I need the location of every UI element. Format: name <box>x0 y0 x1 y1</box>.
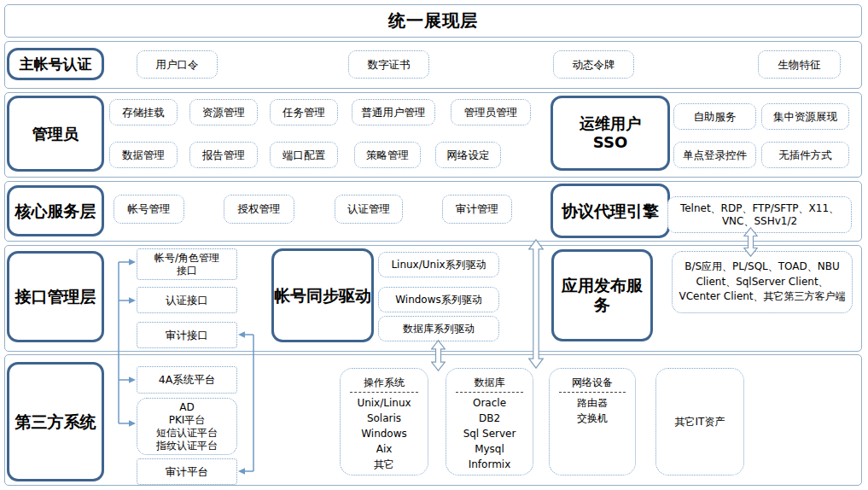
panel-presentation-layer: 统一展现层 <box>4 4 862 38</box>
asset-box-network: 网络设备 路由器 交换机 <box>549 368 636 475</box>
proxy-protocols: Telnet、RDP、FTP/SFTP、X11、VNC、SSHv1/2 <box>667 196 852 233</box>
thirdparty-item-ad-pki: AD PKI平台 短信认证平台 指纹认证平台 <box>137 398 237 455</box>
core-item-authorization-mgmt: 授权管理 <box>224 195 294 224</box>
admin-item-report-mgmt: 报告管理 <box>189 142 258 168</box>
architecture-diagram: 统一展现层 主帐号认证 用户口令 数字证书 动态令牌 生物特征 管理员 存储挂载… <box>0 0 868 490</box>
asset-os-line: Unix/Linux <box>341 395 428 411</box>
publish-clients: B/S应用、PL/SQL、TOAD、NBU Client、SqlServer C… <box>672 251 853 313</box>
asset-os-divider <box>350 392 418 393</box>
thirdparty-item-audit-platform: 审计平台 <box>137 458 237 485</box>
asset-other-title: 其它IT资产 <box>675 414 725 429</box>
sso-item-pluginless: 无插件方式 <box>761 142 849 168</box>
auth-item-biometric: 生物特征 <box>758 50 841 79</box>
core-item-account-mgmt: 帐号管理 <box>114 195 184 224</box>
admin-item-task-mgmt: 任务管理 <box>270 99 338 125</box>
asset-db-line: DB2 <box>446 411 533 426</box>
core-item-authentication-mgmt: 认证管理 <box>335 195 403 224</box>
ad-pki-lines: AD PKI平台 短信认证平台 指纹认证平台 <box>156 401 218 452</box>
core-item-audit-mgmt: 审计管理 <box>442 195 512 224</box>
page-title: 统一展现层 <box>5 5 861 37</box>
auth-item-password: 用户口令 <box>137 50 218 79</box>
label-interface-layer: 接口管理层 <box>7 251 104 342</box>
ops-sso-text: 运维用户SSO <box>580 114 641 151</box>
label-primary-auth: 主帐号认证 <box>7 48 104 80</box>
auth-item-token: 动态令牌 <box>553 50 634 79</box>
iface-item-audit: 审计接口 <box>137 322 237 348</box>
sso-item-sso-control: 单点登录控件 <box>673 142 756 168</box>
asset-db-divider <box>456 392 523 393</box>
asset-net-divider <box>559 392 626 393</box>
asset-os-line: 其它 <box>341 457 428 472</box>
label-account-sync: 帐号同步驱动 <box>271 248 374 342</box>
admin-item-admin-mgmt: 管理员管理 <box>451 99 531 125</box>
label-app-publish: 应用发布服务 <box>551 249 653 341</box>
sso-item-central-resource: 集中资源展现 <box>761 103 849 130</box>
asset-db-line: Informix <box>446 457 533 472</box>
admin-item-network-settings: 网络设定 <box>435 142 501 168</box>
asset-os-line: Solaris <box>341 411 428 426</box>
admin-item-resource-mgmt: 资源管理 <box>189 99 258 125</box>
admin-item-policy-mgmt: 策略管理 <box>354 142 421 168</box>
thirdparty-item-4a-platform: 4A系统平台 <box>137 366 237 394</box>
asset-box-other-it: 其它IT资产 <box>655 368 744 475</box>
label-admin: 管理员 <box>7 96 104 172</box>
iface-item-account-role: 帐号/角色管理接口 <box>137 248 237 280</box>
panel-auth-row <box>4 41 862 89</box>
sync-driver-linux-unix: Linux/Unix系列驱动 <box>378 252 499 277</box>
iface-item-auth: 认证接口 <box>137 287 237 313</box>
auth-item-certificate: 数字证书 <box>348 50 429 79</box>
asset-os-line: Windows <box>341 426 428 441</box>
label-thirdparty: 第三方系统 <box>7 362 104 481</box>
asset-box-database: 数据库 Oracle DB2 Sql Server Mysql Informix <box>446 368 533 475</box>
admin-item-user-mgmt: 普通用户管理 <box>352 99 435 125</box>
admin-item-storage-mount: 存储挂载 <box>109 99 178 125</box>
label-core-service: 核心服务层 <box>7 185 104 236</box>
admin-item-data-mgmt: 数据管理 <box>109 142 178 168</box>
asset-db-line: Sql Server <box>446 426 533 441</box>
admin-item-port-config: 端口配置 <box>270 142 338 168</box>
asset-net-line: 路由器 <box>550 395 635 411</box>
asset-os-line: Aix <box>341 441 428 457</box>
asset-box-os: 操作系统 Unix/Linux Solaris Windows Aix 其它 <box>340 368 428 475</box>
label-ops-sso: 运维用户SSO <box>551 96 670 171</box>
asset-net-line: 交换机 <box>550 411 635 426</box>
sso-item-self-service: 自助服务 <box>673 103 756 130</box>
asset-net-title: 网络设备 <box>550 375 635 390</box>
asset-db-line: Mysql <box>446 441 533 457</box>
asset-db-line: Oracle <box>446 395 533 411</box>
label-protocol-proxy: 协议代理引擎 <box>551 184 670 238</box>
sync-driver-database: 数据库系列驱动 <box>378 316 499 341</box>
asset-db-title: 数据库 <box>446 375 533 390</box>
sync-driver-windows: Windows系列驱动 <box>378 287 499 312</box>
asset-os-title: 操作系统 <box>341 375 428 390</box>
